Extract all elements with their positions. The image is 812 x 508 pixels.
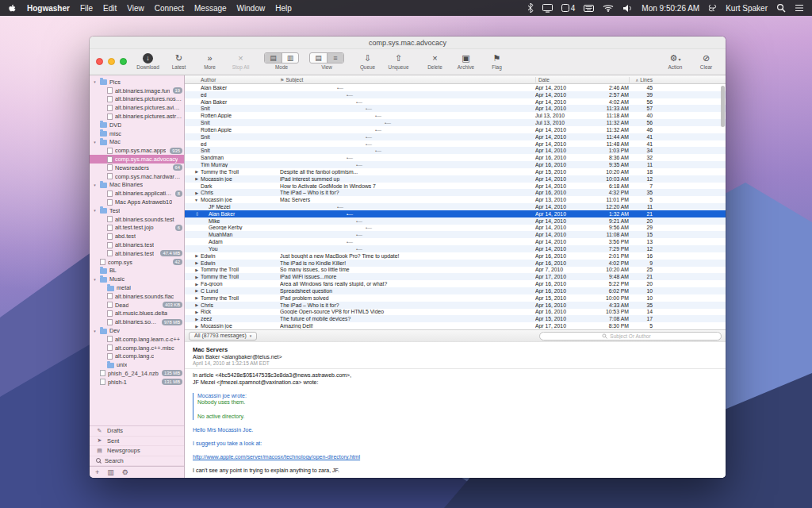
toolbar-button-queue[interactable]: ⇩Queue	[354, 52, 381, 70]
message-row[interactable]: ▶Tommy the TrolliPad WiFi issues...moreA…	[185, 273, 726, 280]
message-row[interactable]: ▶Fa-groonArea all Windows fans really st…	[185, 280, 726, 287]
menu-help[interactable]: Help	[275, 4, 292, 13]
disclosure-triangle[interactable]: ▶	[185, 267, 201, 272]
disclosure-triangle[interactable]: ▶	[185, 295, 201, 300]
disclosure-triangle[interactable]: ▶	[185, 288, 201, 293]
menu-file[interactable]: File	[80, 4, 93, 13]
sidebar-item[interactable]: alt.binaries.pictures.astronomy	[90, 112, 184, 121]
message-row[interactable]: ed•—Apr 14, 201011:48 AM41	[185, 140, 726, 148]
filter-dropdown[interactable]: All (87793 messages) ▾	[189, 332, 257, 341]
message-row[interactable]: ▶Tommy the TrolliPad problem solvedApr 1…	[185, 294, 726, 302]
message-row[interactable]: Mike•—Apr 14, 20109:21 AM20	[185, 217, 726, 225]
message-row[interactable]: ▶RickGoogle Open-source VP8 for HTML5 Vi…	[185, 309, 726, 316]
message-row[interactable]: ▶Mocassin joeAmazing Dell!Apr 17, 20108:…	[185, 322, 726, 329]
message-row[interactable]: Alan Baker•—Apr 14, 20102:46 AM45	[185, 84, 726, 91]
zoom-button[interactable]	[120, 58, 127, 65]
disclosure-triangle[interactable]: ▶	[185, 176, 201, 181]
toolbar-button-action[interactable]: ⚙▾Action	[662, 52, 688, 70]
message-row[interactable]: ▶zeezThe future of mobile devices?Apr 15…	[185, 315, 726, 322]
sidebar-item[interactable]: ▾Mac Binaries	[90, 181, 184, 190]
toolbar-button-mode-threaded[interactable]: ▤	[265, 53, 282, 63]
message-row[interactable]: ▶ChrisThe iPad – Who is it for?Apr 16, 2…	[185, 302, 726, 309]
sidebar-item[interactable]: alt.binaries.sounds...978 MB	[90, 318, 184, 326]
disclosure-triangle[interactable]: ▾	[92, 79, 98, 84]
sidebar-item[interactable]: alt.binaries.pictures.nospa...	[90, 95, 184, 104]
close-button[interactable]	[96, 58, 103, 65]
sidebar-item[interactable]: ▾Test	[90, 206, 184, 215]
sidebar-item[interactable]: alt.binaries.test	[90, 241, 184, 249]
toolbar-button-delete[interactable]: ×Delete	[422, 52, 448, 70]
scrollbar-thumb[interactable]	[721, 86, 725, 127]
sidebar-item[interactable]: comp.sys42	[90, 258, 184, 267]
toolbar-button-more[interactable]: »More	[197, 52, 223, 70]
sidebar-item-search[interactable]: Search	[90, 456, 184, 467]
disclosure-triangle[interactable]: ▾	[92, 140, 98, 144]
disclosure-triangle[interactable]: ▾	[92, 183, 98, 187]
sidebar-item-drafts[interactable]: ✎Drafts	[90, 426, 184, 437]
message-row[interactable]: ▶Tommy the TrollSo many issues, so littl…	[185, 267, 726, 274]
sidebar-item[interactable]: misc	[90, 129, 184, 138]
message-row[interactable]: ▶EdwinJust bought a new MacBook Pro? Tim…	[185, 252, 726, 260]
toolbar-button-flag[interactable]: ⚑Flag	[484, 52, 510, 70]
sidebar-item[interactable]: BL	[90, 267, 184, 275]
sidebar-item[interactable]: abd.test	[90, 232, 184, 241]
toolbar-button-view-list[interactable]: ≡	[327, 53, 343, 63]
bluetooth-icon[interactable]	[527, 3, 534, 13]
message-row[interactable]: ed•—Apr 14, 20102:57 AM39	[185, 91, 726, 98]
disclosure-triangle[interactable]: ▾	[92, 277, 98, 282]
sidebar-item[interactable]: phish_6_24_14.nzb135 MB	[90, 369, 184, 378]
toolbar-button-archive[interactable]: ▣Archive	[453, 52, 479, 70]
sidebar-item[interactable]: Newsreaders64	[90, 164, 184, 172]
message-row[interactable]: MuahMan•—Apr 14, 201011:08 AM15	[185, 231, 726, 238]
message-row[interactable]: ▯Alan Baker•—Apr 14, 20101:32 AM21	[185, 210, 726, 217]
sidebar-item[interactable]: alt.binaries.test47.4 MB	[90, 249, 184, 258]
message-row[interactable]: ▶Mocassin joeiPad interest summed upApr …	[185, 175, 726, 183]
sidebar-item[interactable]: alt.music.blues.delta	[90, 310, 184, 318]
message-row[interactable]: Snit•—Apr 14, 20101:03 PM34	[185, 147, 726, 154]
message-row[interactable]: George Kerby•—Apr 14, 20109:56 AM29	[185, 225, 726, 232]
sidebar-item[interactable]: ▾Dev	[90, 326, 184, 335]
sidebar-item[interactable]: alt.comp.lang.learn.c-c++	[90, 335, 184, 344]
message-row[interactable]: Rotten Apple•—Jul 13, 201011:18 AM40	[185, 112, 726, 119]
message-row[interactable]: Tim Murray•—Apr 16, 20109:35 AM11	[185, 161, 726, 168]
message-row[interactable]: ▼Mocassin joeMac ServersApr 13, 201011:0…	[185, 196, 726, 203]
message-row[interactable]: ▶C LundSpreadsheet questionApr 16, 20106…	[185, 287, 726, 294]
notification-center-icon[interactable]	[795, 4, 804, 12]
input-menu-icon[interactable]	[708, 4, 717, 13]
sidebar-item-newsgroups[interactable]: ▤Newsgroups	[90, 446, 184, 456]
sidebar-item[interactable]: alt.binaries.pictures.aviation	[90, 103, 184, 112]
toolbar-button-mode-flat[interactable]: ▥	[282, 53, 298, 63]
sidebar-item[interactable]: ▾Music	[90, 275, 184, 283]
column-subject[interactable]: ⚑Subject	[280, 77, 535, 83]
sidebar-item-sent[interactable]: ➤Sent	[90, 437, 184, 447]
column-author[interactable]: Author	[201, 77, 280, 83]
toolbar-button-clear[interactable]: ⊘Clear	[693, 52, 719, 70]
sidebar-item[interactable]: alt.comp.lang.c++.misc	[90, 344, 184, 352]
message-row[interactable]: DarkHow to Activate GodMode in Windows 7…	[185, 183, 726, 190]
sidebar-item[interactable]: unix	[90, 360, 184, 369]
keyboard-icon[interactable]	[584, 5, 594, 12]
disclosure-triangle[interactable]: ▶	[185, 190, 201, 195]
sidebar-item[interactable]: phish-1131 MB	[90, 378, 184, 387]
toolbar-button-view-split[interactable]: ▤	[310, 53, 327, 63]
app-menu[interactable]: Hogwasher	[27, 4, 70, 13]
message-row[interactable]: JF Mezei•—Apr 14, 201012:20 AM11	[185, 203, 726, 210]
search-field[interactable]	[539, 332, 722, 341]
menubar-user[interactable]: Kurt Spaker	[726, 4, 768, 13]
toolbar-button-unqueue[interactable]: ⇧Unqueue	[385, 52, 412, 70]
message-link[interactable]: http://www.apple.com/server/macosx/techn…	[193, 454, 718, 461]
message-row[interactable]: Adam•—Apr 14, 20103:56 PM13	[185, 238, 726, 245]
sidebar-item[interactable]: alt.binaries.sounds.test	[90, 215, 184, 224]
apple-menu[interactable]	[8, 3, 17, 13]
sidebar-item[interactable]: Dead403 KB	[90, 301, 184, 310]
menu-message[interactable]: Message	[194, 4, 227, 13]
sidebar-item[interactable]: ▾Pics	[90, 78, 184, 87]
minimize-button[interactable]	[108, 58, 115, 65]
message-row[interactable]: Snit•—Jul 13, 201011:32 AM56	[185, 119, 726, 126]
sidebar-item[interactable]: ▾Mac	[90, 138, 184, 147]
search-input[interactable]	[539, 332, 722, 341]
gear-icon[interactable]: ⚙	[122, 468, 128, 476]
wifi-icon[interactable]	[603, 4, 614, 12]
display-icon[interactable]	[542, 4, 553, 13]
menu-window[interactable]: Window	[237, 4, 266, 13]
